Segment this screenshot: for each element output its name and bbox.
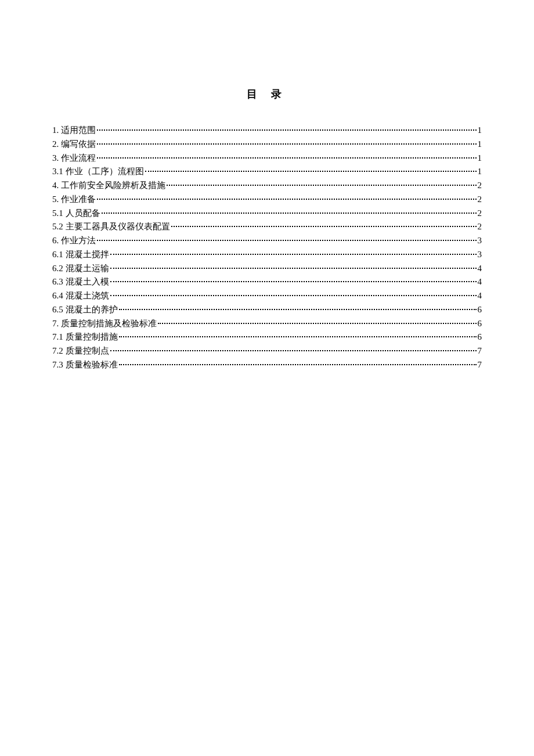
toc-entry: 7. 质量控制措施及检验标准 6 [52, 318, 482, 330]
table-of-contents: 1. 适用范围 1 2. 编写依据 1 3. 作业流程 1 3.1 作业（工序）… [52, 124, 482, 372]
toc-entry: 5.2 主要工器具及仪器仪表配置 2 [52, 221, 482, 233]
toc-entry: 6.4 混凝土浇筑 4 [52, 290, 482, 303]
toc-entry: 5. 作业准备 2 [52, 193, 482, 206]
toc-page: 2 [478, 193, 482, 206]
toc-dots [167, 179, 477, 186]
toc-entry: 4. 工作前安全风险辨析及措施 2 [52, 179, 482, 192]
toc-entry: 1. 适用范围 1 [52, 124, 482, 137]
toc-dots [158, 317, 477, 324]
toc-dots [145, 165, 477, 172]
toc-dots [97, 152, 477, 159]
toc-label: 6.1 混凝土搅拌 [52, 249, 109, 261]
toc-dots [97, 138, 477, 145]
toc-page: 4 [478, 276, 482, 289]
toc-page: 2 [478, 221, 482, 233]
toc-label: 7. 质量控制措施及检验标准 [52, 318, 157, 330]
toc-page: 1 [478, 124, 482, 137]
toc-label: 6. 作业方法 [52, 235, 96, 247]
toc-label: 1. 适用范围 [52, 124, 96, 137]
toc-dots [119, 303, 477, 310]
toc-entry: 7.1 质量控制措施 6 [52, 331, 482, 344]
toc-page: 2 [478, 179, 482, 192]
toc-dots [110, 344, 477, 351]
toc-label: 6.5 混凝土的养护 [52, 304, 118, 316]
toc-dots [102, 207, 477, 214]
toc-title: 目 录 [52, 87, 482, 101]
toc-label: 6.3 混凝土入模 [52, 276, 109, 289]
toc-dots [110, 262, 477, 269]
toc-page: 4 [478, 290, 482, 303]
toc-label: 7.1 质量控制措施 [52, 331, 118, 344]
toc-dots [119, 330, 477, 337]
toc-label: 3. 作业流程 [52, 152, 96, 165]
toc-entry: 6.1 混凝土搅拌 3 [52, 249, 482, 261]
toc-entry: 6. 作业方法 3 [52, 235, 482, 247]
toc-page: 1 [478, 138, 482, 151]
toc-page: 7 [478, 359, 482, 372]
toc-page: 4 [478, 262, 482, 275]
toc-entry: 7.3 质量检验标准 7 [52, 359, 482, 372]
toc-label: 7.2 质量控制点 [52, 345, 109, 358]
toc-entry: 6.5 混凝土的养护 6 [52, 304, 482, 316]
toc-dots [119, 358, 477, 365]
toc-page: 6 [478, 318, 482, 330]
toc-page: 6 [478, 304, 482, 316]
toc-dots [110, 248, 477, 255]
toc-entry: 7.2 质量控制点 7 [52, 345, 482, 358]
toc-dots [97, 234, 477, 241]
toc-dots [97, 124, 477, 131]
toc-page: 3 [478, 249, 482, 261]
toc-entry: 6.3 混凝土入模 4 [52, 276, 482, 289]
toc-label: 7.3 质量检验标准 [52, 359, 118, 372]
toc-dots [110, 275, 477, 282]
toc-label: 5.2 主要工器具及仪器仪表配置 [52, 221, 170, 233]
toc-page: 1 [478, 165, 482, 178]
toc-page: 6 [478, 331, 482, 344]
toc-entry: 5.1 人员配备 2 [52, 207, 482, 220]
toc-page: 7 [478, 345, 482, 358]
toc-page: 2 [478, 207, 482, 220]
toc-entry: 3.1 作业（工序）流程图 1 [52, 165, 482, 178]
toc-entry: 6.2 混凝土运输 4 [52, 262, 482, 275]
toc-page: 1 [478, 152, 482, 165]
toc-label: 3.1 作业（工序）流程图 [52, 165, 144, 178]
toc-label: 2. 编写依据 [52, 138, 96, 151]
toc-label: 6.2 混凝土运输 [52, 262, 109, 275]
toc-label: 5. 作业准备 [52, 193, 96, 206]
toc-dots [171, 220, 477, 227]
toc-dots [97, 193, 477, 200]
toc-label: 5.1 人员配备 [52, 207, 100, 220]
toc-label: 6.4 混凝土浇筑 [52, 290, 109, 303]
toc-page: 3 [478, 235, 482, 247]
toc-label: 4. 工作前安全风险辨析及措施 [52, 179, 165, 192]
toc-entry: 3. 作业流程 1 [52, 152, 482, 165]
toc-dots [110, 289, 477, 296]
toc-entry: 2. 编写依据 1 [52, 138, 482, 151]
